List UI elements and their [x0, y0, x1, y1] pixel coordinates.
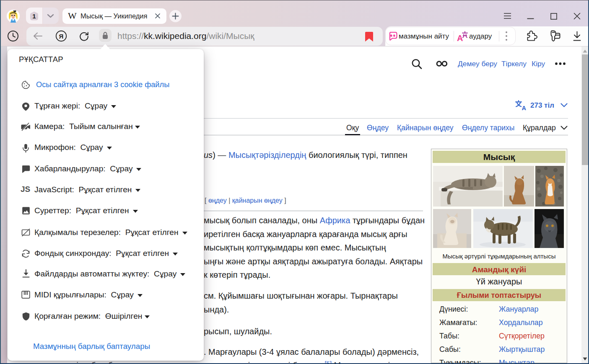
- svg-text:Я: Я: [59, 33, 64, 40]
- svg-text:A: A: [457, 34, 463, 42]
- svg-text:A: A: [522, 105, 527, 111]
- svg-text:1: 1: [32, 13, 36, 20]
